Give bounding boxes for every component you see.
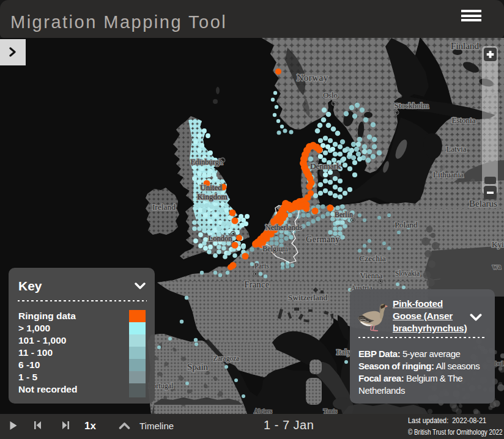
svg-text:Latvia: Latvia [446,144,466,153]
svg-text:Belarus: Belarus [469,199,497,208]
svg-text:Germany: Germany [306,235,340,244]
svg-text:Berlin: Berlin [335,210,353,219]
svg-text:Kingdom: Kingdom [197,192,227,201]
svg-text:Algiers: Algiers [254,408,272,414]
svg-text:France: France [244,280,269,289]
svg-text:Tunis: Tunis [324,408,338,414]
svg-text:Denmark: Denmark [310,161,341,171]
svg-text:Vienna: Vienna [360,271,383,280]
svg-text:Netherlands: Netherlands [265,223,303,232]
svg-text:Slovakia: Slovakia [395,270,420,277]
svg-text:Oslo: Oslo [323,91,338,100]
svg-text:Norway: Norway [297,73,328,83]
svg-text:Finland: Finland [451,41,479,51]
svg-text:bul: bul [495,360,503,367]
svg-text:Ireland: Ireland [152,202,176,212]
svg-text:wa: wa [492,262,502,271]
svg-text:Zaragoza: Zaragoza [213,355,240,363]
svg-text:Switzerland: Switzerland [288,293,328,302]
svg-text:Paris: Paris [254,262,269,270]
svg-text:Poland: Poland [395,220,418,229]
svg-text:Lithuania: Lithuania [433,170,464,179]
svg-text:Stockholm: Stockholm [395,101,429,110]
svg-text:Kyiv: Kyiv [492,240,504,249]
svg-text:London: London [209,234,233,243]
svg-text:Czechia: Czechia [359,254,385,263]
svg-text:United: United [200,183,222,192]
svg-text:Estonia: Estonia [452,116,476,125]
svg-text:Spain: Spain [187,362,209,372]
svg-text:Italy: Italy [336,347,351,356]
svg-text:Edinburgh: Edinburgh [191,158,223,166]
svg-text:Belgium: Belgium [262,245,288,253]
